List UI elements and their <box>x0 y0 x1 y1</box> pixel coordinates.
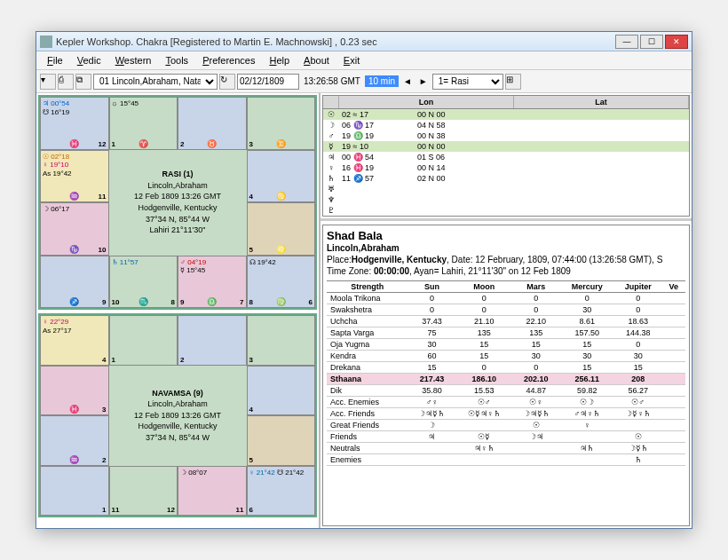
navamsa-chart[interactable]: ♀ 22°29As 27°174 1 2 3 3♓ NAVAMSA (9) Li… <box>38 313 317 517</box>
shad-row: Kendra6015303030 <box>327 351 685 362</box>
planet-row[interactable]: ♀16 ♓ 1900 N 14 <box>323 162 689 173</box>
copy-icon[interactable]: ⧉ <box>75 74 91 90</box>
menu-preferences[interactable]: Preferences <box>195 53 262 67</box>
shad-sthana-row: Sthaana217.43186.10202.10256.11208 <box>327 374 685 385</box>
close-button[interactable]: ✕ <box>665 35 688 49</box>
chart1-cell-16[interactable]: ☊ 19°4286♍ <box>247 256 316 309</box>
shad-title: Shad Bala <box>327 229 685 242</box>
chart1-cell-1[interactable]: ♃ 00°54☋ 16°1912♓ <box>40 97 109 150</box>
date-input[interactable] <box>237 74 299 90</box>
app-window: Kepler Workshop. Chakra [Registered to M… <box>36 31 692 529</box>
chart2-cell-14[interactable]: 1211 <box>109 466 178 517</box>
nav-next[interactable]: ► <box>416 76 431 86</box>
planet-row[interactable]: ♇ <box>323 205 689 216</box>
chart1-cell-4[interactable]: 3♊ <box>247 97 316 150</box>
shad-row: Oja Yugma301515150 <box>327 339 685 351</box>
shad-friend-row: Friends♃☉☿☽♃☉ <box>327 431 685 443</box>
chart2-cell-4[interactable]: 3 <box>247 315 316 366</box>
chart1-cell-2[interactable]: ☼ 15°451♈ <box>109 97 178 150</box>
toggle-icon[interactable]: ⊞ <box>505 74 521 90</box>
titlebar[interactable]: Kepler Workshop. Chakra [Registered to M… <box>36 32 692 51</box>
chart1-center: RASI (1) Lincoln,Abraham 12 Feb 1809 13:… <box>109 150 247 256</box>
planet-table[interactable]: Lon Lat ☉02 ≈ 1700 N 00☽06 ♑ 1704 N 58♂1… <box>322 95 690 217</box>
nav-prev[interactable]: ◄ <box>400 76 415 86</box>
shad-dik-row: Dik35.8015.5344.8759.8256.27 <box>327 385 685 397</box>
chart1-cell-5[interactable]: ☉ 02°18♀ 19°10As 19°4211♒ <box>40 150 109 203</box>
chart1-cell-13[interactable]: 9♐ <box>40 256 109 309</box>
planet-row[interactable]: ♅ <box>323 184 689 194</box>
refresh-icon[interactable]: ↻ <box>219 74 235 90</box>
menu-tools[interactable]: Tools <box>158 53 195 67</box>
menu-vedic[interactable]: Vedic <box>70 53 108 67</box>
planet-row[interactable]: ♂19 ♎ 1900 N 38 <box>323 130 689 141</box>
shad-tz: Time Zone: 00:00:00, Ayan= Lahiri, 21°11… <box>327 265 685 277</box>
planet-row[interactable]: ☿19 ≈ 1000 N 00 <box>323 141 689 152</box>
menu-file[interactable]: File <box>40 53 70 67</box>
menu-exit[interactable]: Exit <box>336 53 367 67</box>
menu-western[interactable]: Western <box>108 53 159 67</box>
chart1-cell-12[interactable]: 5♌ <box>247 202 316 256</box>
shad-row: Sapta Varga75135135157.50144.38 <box>327 327 685 339</box>
chart2-cell-16[interactable]: ♀ 21°42 ☋ 21°426 <box>247 466 316 517</box>
shad-row: Drekana15001515 <box>327 362 685 374</box>
chart2-cell-5[interactable]: 3♓ <box>40 366 109 416</box>
chart1-cell-3[interactable]: 2♉ <box>178 97 247 150</box>
shad-row: Moola Trikona00000 <box>327 293 685 304</box>
planet-row[interactable]: ♆ <box>323 194 689 205</box>
shad-friend-row: Neutrals♃♀♄♃♄☽☿♄ <box>327 443 685 454</box>
shad-row: Uchcha37.4321.1022.108.6118.63 <box>327 316 685 327</box>
content-area: ♃ 00°54☋ 16°1912♓ ☼ 15°451♈ 2♉ 3♊ ☉ 02°1… <box>36 93 692 528</box>
planet-row[interactable]: ☉02 ≈ 1700 N 00 <box>323 109 689 120</box>
shad-name: Lincoln,Abraham <box>327 242 685 254</box>
menubar: File Vedic Western Tools Preferences Hel… <box>36 51 692 70</box>
shad-row: Swakshetra000300 <box>327 304 685 316</box>
chart1-cell-14[interactable]: ♄ 11°57810♏ <box>109 256 178 309</box>
right-pane: Lon Lat ☉02 ≈ 1700 N 00☽06 ♑ 1704 N 58♂1… <box>320 93 692 528</box>
step-display[interactable]: 10 min <box>365 75 399 87</box>
window-title: Kepler Workshop. Chakra [Registered to M… <box>56 36 615 47</box>
chart2-cell-8[interactable]: 4 <box>247 366 316 416</box>
chart2-cell-1[interactable]: ♀ 22°29As 27°174 <box>40 315 109 366</box>
nav-icon[interactable]: ▾ <box>40 74 56 90</box>
minimize-button[interactable]: — <box>615 35 638 49</box>
chart1-cell-9[interactable]: ☽ 06°1710♑ <box>40 202 109 256</box>
shad-friend-row: Acc. Enemies♂♀☉♂☉♀☉☽☉♂ <box>327 397 685 408</box>
menu-about[interactable]: About <box>297 53 336 67</box>
chart2-cell-3[interactable]: 2 <box>178 315 247 366</box>
chart-select[interactable]: 01 Lincoln,Abraham, Natal <box>93 74 218 90</box>
chart2-cell-13[interactable]: 1 <box>40 466 109 517</box>
print-icon[interactable]: ⎙ <box>58 74 74 90</box>
rasi-select[interactable]: 1= Rasi <box>432 74 503 90</box>
shad-place: Place:Hodgenville, Kentucky, Date: 12 Fe… <box>327 254 685 265</box>
shad-bala-panel: Shad Bala Lincoln,Abraham Place:Hodgenvi… <box>322 225 690 526</box>
menu-help[interactable]: Help <box>262 53 297 67</box>
left-pane: ♃ 00°54☋ 16°1912♓ ☼ 15°451♈ 2♉ 3♊ ☉ 02°1… <box>36 93 320 528</box>
shad-table[interactable]: StrengthSunMoonMarsMercuryJupiterVe Mool… <box>327 280 685 466</box>
separator[interactable] <box>320 218 692 221</box>
shad-friend-row: Enemies♄ <box>327 454 685 466</box>
chart2-cell-9[interactable]: 2♒ <box>40 415 109 466</box>
app-icon <box>40 35 52 48</box>
chart2-cell-12[interactable]: 5 <box>247 415 316 466</box>
time-label: 13:26:58 GMT <box>301 76 363 86</box>
chart1-cell-8[interactable]: 4♋ <box>247 150 316 203</box>
chart1-cell-15[interactable]: ♂ 04°19☿ 15°4597♎ <box>178 256 247 309</box>
chart2-cell-15[interactable]: ☽ 08°0711 <box>178 466 247 517</box>
maximize-button[interactable]: ☐ <box>640 35 663 49</box>
shad-friend-row: Great Friends☽☉♀ <box>327 420 685 431</box>
toolbar: ▾ ⎙ ⧉ 01 Lincoln,Abraham, Natal ↻ 13:26:… <box>36 70 692 93</box>
chart2-center: NAVAMSA (9) Lincoln,Abraham 12 Feb 1809 … <box>109 366 247 466</box>
rasi-chart[interactable]: ♃ 00°54☋ 16°1912♓ ☼ 15°451♈ 2♉ 3♊ ☉ 02°1… <box>38 95 317 310</box>
planet-row[interactable]: ☽06 ♑ 1704 N 58 <box>323 120 689 130</box>
shad-friend-row: Acc. Friends☽♃☿♄☉☿♃♀♄☽♃☿♄♂♃♀♄☽☿♀♄ <box>327 408 685 420</box>
planet-row[interactable]: ♃00 ♓ 5401 S 06 <box>323 152 689 162</box>
planet-row[interactable]: ♄11 ♐ 5702 N 00 <box>323 173 689 184</box>
chart2-cell-2[interactable]: 1 <box>109 315 178 366</box>
